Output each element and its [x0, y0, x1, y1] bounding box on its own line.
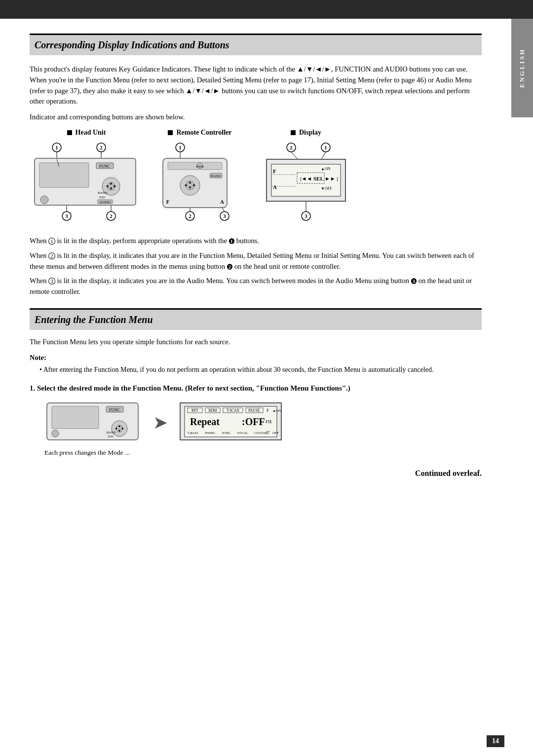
- svg-text:◄: ◄: [184, 183, 188, 187]
- svg-text:►: ►: [192, 183, 196, 187]
- note-bullet: • After entering the Function Menu, if y…: [39, 365, 482, 375]
- svg-rect-71: [52, 406, 99, 429]
- svg-text:FIE: FIE: [266, 419, 272, 424]
- svg-text:CUSTOM: CUSTOM: [254, 431, 267, 434]
- svg-text:1: 1: [324, 144, 327, 150]
- note-label: Note:: [30, 353, 482, 363]
- remote-label: Remote Controller: [168, 128, 231, 138]
- svg-text:BAND: BAND: [98, 191, 108, 195]
- svg-text:►: ►: [121, 427, 125, 431]
- para3: When 3 is lit in the display, it indicat…: [30, 276, 482, 297]
- main-content: Corresponding Display Indications and Bu…: [0, 19, 533, 494]
- head-unit-section: Head Unit 1 2: [30, 128, 143, 226]
- section1-indicator-line: Indicator and corresponding buttons are …: [30, 112, 482, 123]
- svg-text:A: A: [220, 199, 224, 205]
- remote-section: Remote Controller 1 PWR: [153, 128, 247, 226]
- svg-text:▼: ▼: [109, 186, 113, 191]
- para2: When 2 is lit in the display, it indicat…: [30, 251, 482, 272]
- svg-text:2: 2: [189, 213, 191, 219]
- svg-text:2: 2: [110, 213, 113, 219]
- svg-text:▼: ▼: [188, 185, 192, 190]
- svg-text:3: 3: [65, 213, 68, 219]
- caption-text: Each press changes the Mode ...: [44, 448, 482, 458]
- svg-text:RPT: RPT: [191, 408, 198, 413]
- svg-text:F: F: [273, 168, 276, 174]
- svg-text:3: 3: [305, 213, 307, 219]
- function-menu-row: FUNC ▲ ▼ ◄ ► BAND ESC ➤: [44, 400, 482, 445]
- continued-label: Continued overleaf.: [30, 468, 482, 479]
- black-square-icon3: [291, 130, 296, 135]
- svg-text:◄: ◄: [105, 184, 109, 188]
- svg-text:▲: ▲: [188, 180, 192, 184]
- svg-text:|◄◄ SEL ►► |: |◄◄ SEL ►► |: [300, 176, 338, 181]
- section2-intro: The Function Menu lets you operate simpl…: [30, 337, 482, 348]
- english-side-tab: ENGLISH: [511, 19, 533, 117]
- svg-point-20: [40, 196, 48, 204]
- section1-intro: This product's display features Key Guid…: [30, 64, 482, 107]
- svg-text:2: 2: [100, 144, 103, 150]
- head-unit-label: Head Unit: [67, 128, 106, 138]
- svg-rect-32: [168, 162, 222, 170]
- svg-text:PAUSE: PAUSE: [248, 408, 260, 413]
- display-label: Display: [291, 128, 321, 138]
- svg-text:A: A: [273, 184, 277, 190]
- svg-point-82: [52, 430, 59, 437]
- svg-text:BAND: BAND: [211, 174, 221, 178]
- svg-text:F: F: [166, 199, 170, 205]
- svg-text:ESC: ESC: [108, 434, 114, 438]
- svg-text:▲: ▲: [109, 181, 113, 185]
- svg-text:T.SCAN: T.SCAN: [227, 408, 239, 413]
- svg-text:▲ON: ▲ON: [321, 167, 331, 171]
- svg-text:◄: ◄: [114, 427, 118, 431]
- side-tab-label: ENGLISH: [518, 48, 527, 88]
- svg-text:▲: ▲: [118, 424, 121, 428]
- svg-text:1: 1: [55, 144, 58, 150]
- svg-text:PWRFL: PWRFL: [205, 431, 216, 434]
- head-unit-diagram: 1 2 FUNC ▲: [30, 140, 143, 226]
- display-section: Display 2 1 F: [257, 128, 355, 226]
- svg-text:OFF: OFF: [272, 431, 279, 435]
- para1: When 1 is lit in the display, perform ap…: [30, 236, 482, 247]
- arrow-right-icon: ➤: [153, 410, 168, 435]
- black-square-icon2: [168, 130, 173, 135]
- svg-text:FUNC: FUNC: [109, 408, 119, 412]
- display-screen-diagram: RPT RDM T.SCAN PAUSE Repeat :OFF S.BASS …: [178, 400, 286, 445]
- svg-text:BAND: BAND: [107, 431, 116, 434]
- svg-text:▼: ▼: [118, 429, 121, 433]
- svg-text:3: 3: [223, 213, 226, 219]
- svg-text:VOCAL: VOCAL: [237, 431, 248, 434]
- body-paragraphs: When 1 is lit in the display, perform ap…: [30, 236, 482, 297]
- svg-text:▼OFF: ▼OFF: [321, 186, 332, 191]
- page-container: ENGLISH Corresponding Display Indication…: [0, 0, 533, 756]
- svg-text:AUDIO: AUDIO: [100, 200, 111, 204]
- svg-text:FUNC: FUNC: [99, 164, 110, 169]
- svg-text:F: F: [266, 408, 269, 413]
- svg-text:▲ON: ▲ON: [272, 409, 281, 413]
- svg-text:1: 1: [179, 144, 182, 150]
- svg-text:▽: ▽: [266, 430, 270, 435]
- svg-text:►: ►: [113, 184, 117, 188]
- svg-line-50: [222, 208, 225, 212]
- svg-text:Repeat: Repeat: [190, 416, 220, 428]
- top-bar: [0, 0, 533, 19]
- head-unit-small-diagram: FUNC ▲ ▼ ◄ ► BAND ESC: [44, 400, 143, 445]
- page-number: 14: [487, 735, 504, 747]
- diagrams-row: Head Unit 1 2: [30, 128, 482, 226]
- remote-diagram: 1 PWR ▲ ▼ ◄ ►: [153, 140, 247, 226]
- section1-heading: Corresponding Display Indications and Bu…: [30, 34, 482, 55]
- note-section: Note: • After entering the Function Menu…: [30, 353, 482, 375]
- black-square-icon: [67, 130, 72, 135]
- svg-text:ESC: ESC: [100, 195, 106, 199]
- section2-heading: Entering the Function Menu: [30, 308, 482, 330]
- step1-text: 1. Select the desired mode in the Functi…: [30, 383, 482, 394]
- display-diagram: 2 1 F A ▲ON: [257, 140, 355, 226]
- svg-text::OFF: :OFF: [242, 416, 265, 427]
- svg-text:S.BASS: S.BASS: [188, 431, 198, 434]
- svg-text:PWR: PWR: [196, 165, 204, 169]
- svg-text:2: 2: [290, 144, 293, 150]
- svg-text:NTRL: NTRL: [222, 431, 230, 434]
- svg-rect-7: [39, 163, 89, 187]
- svg-text:RDM: RDM: [208, 408, 217, 413]
